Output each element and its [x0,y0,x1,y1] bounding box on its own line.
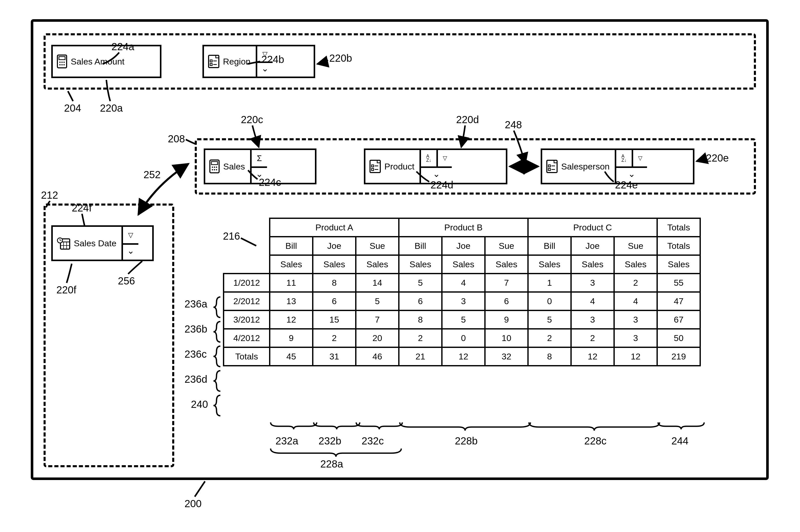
form-icon [369,160,381,173]
callout-240: 240 [191,399,208,410]
table-cell: 4 [614,292,657,310]
col-group-product-b: Product B [399,218,528,237]
table-cell: 47 [657,292,700,310]
row-header: 1/2012 [224,274,270,292]
callout-232b: 232b [319,435,341,447]
callout-224d: 224d [431,179,453,191]
callout-220b: 220b [329,53,352,64]
token-sales-date-label: Sales Date [74,239,116,248]
col-sp: Sue [614,237,657,255]
table-cell: 0 [442,329,485,347]
table-cell: 4 [571,292,614,310]
col-metric: Sales [356,255,399,274]
callout-224b: 224b [261,54,284,65]
token-product-label: Product [384,162,414,172]
callout-236b: 236b [184,323,207,335]
table-cell: 14 [356,274,399,292]
table-cell: 12 [614,347,657,366]
table-cell: 55 [657,274,700,292]
data-table: Product A Product B Product C Totals Bil… [223,217,701,366]
table-cell: 46 [356,347,399,366]
svg-point-7 [63,64,65,65]
table-cell: 31 [313,347,356,366]
row-header: 2/2012 [224,292,270,310]
table-cell: 12 [270,310,313,329]
col-sp: Joe [571,237,614,255]
callout-208: 208 [168,133,185,145]
token-sales-date[interactable]: Sales Date ▽ ⌄ [51,225,154,261]
col-metric: Sales [528,255,571,274]
callout-220f: 220f [56,284,76,296]
callout-216: 216 [223,230,240,242]
callout-228a: 228a [320,458,343,470]
callout-236a: 236a [184,298,207,310]
callout-224f: 224f [72,202,92,214]
table-row: 3/20121215785953367 [224,310,700,329]
svg-rect-1 [59,57,65,60]
callout-252: 252 [144,169,161,180]
svg-point-15 [212,167,213,168]
svg-point-6 [61,64,63,65]
table-cell: 3 [614,310,657,329]
table-cell: 1 [528,274,571,292]
table-cell: 4 [442,274,485,292]
table-cell: 3 [442,292,485,310]
calculator-icon [57,55,67,68]
table-row: 1/20121181454713255 [224,274,700,292]
token-product[interactable]: Product A Z↓ ▽ ⌄ [364,149,507,184]
filter-icon[interactable]: ▽ [436,150,452,166]
sort-az-icon[interactable]: A Z↓ [616,150,632,166]
token-region[interactable]: Region ▽ ⌄ [202,45,315,78]
svg-rect-11 [210,63,212,65]
table-cell: 11 [270,274,313,292]
callout-244: 244 [671,435,689,447]
callout-232c: 232c [362,435,384,447]
col-metric: Sales [270,255,313,274]
table-cell: 21 [399,347,442,366]
filter-icon[interactable]: ▽ [123,227,139,243]
table-cell: 3 [571,310,614,329]
col-sp: Sue [485,237,528,255]
filter-icon[interactable]: ▽ [632,150,647,166]
table-cell: 2 [614,274,657,292]
row-header: 4/2012 [224,329,270,347]
dropdown-icon[interactable]: ⌄ [123,243,139,260]
callout-228c: 228c [584,435,606,447]
svg-point-20 [216,169,217,171]
table-cell: 5 [442,310,485,329]
col-metric: Sales [399,255,442,274]
table-cell: 2 [399,329,442,347]
table-cell: 5 [528,310,571,329]
col-sp: Sue [356,237,399,255]
col-group-product-c: Product C [528,218,657,237]
sort-az-icon[interactable]: A Z↓ [421,150,436,166]
table-cell: 3 [571,274,614,292]
table-cell: 3 [614,329,657,347]
svg-rect-22 [371,165,374,167]
svg-point-17 [216,167,217,168]
calculator-icon [210,159,220,173]
token-sales-amount[interactable]: Sales Amount [51,45,161,78]
col-sp: Joe [313,237,356,255]
row-header: Totals [224,347,270,366]
col-sp: Bill [270,237,313,255]
col-group-product-a: Product A [270,218,399,237]
callout-200: 200 [184,498,202,510]
col-metric: Sales [614,255,657,274]
svg-point-18 [212,169,213,171]
table-row: Totals45314621123281212219 [224,347,700,366]
callout-248: 248 [505,119,522,131]
col-totals-top: Totals [657,218,700,237]
callout-212: 212 [41,189,58,201]
col-sp: Joe [442,237,485,255]
sigma-icon[interactable]: Σ [252,150,267,166]
table-cell: 2 [313,329,356,347]
callout-256: 256 [118,275,135,287]
svg-rect-14 [212,162,218,165]
col-totals-mid: Totals [657,237,700,255]
token-salesperson[interactable]: Salesperson A Z↓ ▽ ⌄ [541,149,694,184]
col-sp: Bill [399,237,442,255]
table-cell: 20 [356,329,399,347]
callout-220c: 220c [241,114,263,126]
svg-rect-27 [548,165,550,167]
